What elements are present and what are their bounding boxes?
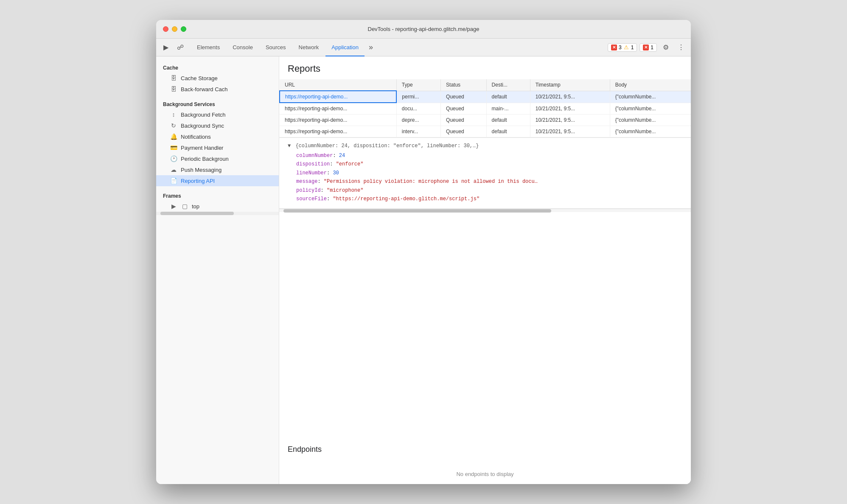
cell-body: {"columnNumbe... <box>610 126 691 137</box>
cell-status: Queued <box>441 115 486 126</box>
cell-destination: default <box>486 126 530 137</box>
sidebar-item-background-sync[interactable]: ↻ Background Sync <box>156 120 279 131</box>
detail-key: lineNumber <box>296 170 327 176</box>
close-button[interactable] <box>163 26 168 32</box>
cloud-icon: ☁ <box>170 166 177 173</box>
cell-type: depre... <box>396 115 440 126</box>
triangle-icon: ▶ <box>170 203 177 210</box>
cell-timestamp: 10/21/2021, 9:5... <box>530 103 610 115</box>
endpoints-title: Endpoints <box>288 445 682 454</box>
cell-destination: main-... <box>486 103 530 115</box>
toolbar: ▶ ☍ Elements Console Sources Network App… <box>156 39 691 56</box>
detail-panel: ▼ {columnNumber: 24, disposition: "enfor… <box>279 138 691 209</box>
clock-icon: 🕐 <box>170 155 177 162</box>
tab-application[interactable]: Application <box>325 39 365 56</box>
maximize-button[interactable] <box>181 26 186 32</box>
cell-url: https://reporting-api-demo... <box>280 103 396 115</box>
horizontal-scrollbar[interactable] <box>279 209 691 212</box>
database-icon: 🗄 <box>170 75 177 81</box>
sidebar-item-top-frame[interactable]: ▶ ▢ top <box>156 201 279 212</box>
cell-body: {"columnNumbe... <box>610 115 691 126</box>
more-tabs-button[interactable]: » <box>365 39 376 56</box>
cell-type: permi... <box>396 91 440 103</box>
detail-value: "microphone" <box>327 188 363 193</box>
detail-value: "Permissions policy violation: microphon… <box>324 179 538 185</box>
toolbar-right: ✕ 3 ⚠ 1 ✕ 1 ⚙ ⋮ <box>608 39 687 56</box>
sidebar-item-push-messaging[interactable]: ☁ Push Messaging <box>156 164 279 175</box>
cell-status: Queued <box>441 103 486 115</box>
reports-section: Reports URL Type Status Desti... Timesta… <box>279 56 691 438</box>
no-endpoints-text: No endpoints to display <box>288 471 682 477</box>
sidebar-item-notifications[interactable]: 🔔 Notifications <box>156 131 279 142</box>
detail-value: 30 <box>333 170 339 176</box>
fetch-icon: ↕ <box>170 111 177 118</box>
detail-key: disposition <box>296 161 330 167</box>
error-count-2: 1 <box>651 45 653 50</box>
cell-destination: default <box>486 115 530 126</box>
detail-key: policyId <box>296 188 321 193</box>
endpoints-section: Endpoints No endpoints to display <box>279 438 691 484</box>
cell-timestamp: 10/21/2021, 9:5... <box>530 115 610 126</box>
sidebar-item-cache-storage[interactable]: 🗄 Cache Storage <box>156 73 279 84</box>
sidebar-item-background-fetch[interactable]: ↕ Background Fetch <box>156 109 279 120</box>
settings-button[interactable]: ⚙ <box>659 41 672 54</box>
more-options-button[interactable]: ⋮ <box>675 41 687 54</box>
col-timestamp[interactable]: Timestamp <box>530 79 610 91</box>
error-icon: ✕ <box>611 45 617 50</box>
col-url[interactable]: URL <box>280 79 396 91</box>
payment-icon: 💳 <box>170 144 177 151</box>
table-header-row: URL Type Status Desti... Timestamp Body <box>280 79 691 91</box>
frame-icon: ▢ <box>181 203 188 210</box>
error-badge-1[interactable]: ✕ 3 ⚠ 1 <box>608 43 637 52</box>
sidebar-scrollbar[interactable] <box>156 212 279 215</box>
table-row[interactable]: https://reporting-api-demo...depre...Que… <box>280 115 691 126</box>
table-row[interactable]: https://reporting-api-demo...interv...Qu… <box>280 126 691 137</box>
sidebar-item-periodic-background[interactable]: 🕐 Periodic Backgroun <box>156 153 279 164</box>
detail-key: message <box>296 179 317 185</box>
table-row[interactable]: https://reporting-api-demo...docu...Queu… <box>280 103 691 115</box>
detail-line: lineNumber: 30 <box>296 169 682 177</box>
cell-status: Queued <box>441 126 486 137</box>
error-icon-2: ✕ <box>643 45 649 50</box>
detail-line: columnNumber: 24 <box>296 151 682 160</box>
cell-url: https://reporting-api-demo... <box>280 115 396 126</box>
cache-section-header: Cache <box>156 62 279 73</box>
tab-network[interactable]: Network <box>293 39 325 56</box>
reports-table-container: URL Type Status Desti... Timestamp Body … <box>279 79 691 138</box>
sidebar-item-back-forward[interactable]: 🗄 Back-forward Cach <box>156 84 279 95</box>
table-row[interactable]: https://reporting-api-demo...permi...Que… <box>280 91 691 103</box>
window-title: DevTools - reporting-api-demo.glitch.me/… <box>367 26 479 32</box>
cell-timestamp: 10/21/2021, 9:5... <box>530 126 610 137</box>
col-status[interactable]: Status <box>441 79 486 91</box>
sidebar: Cache 🗄 Cache Storage 🗄 Back-forward Cac… <box>156 56 279 484</box>
main-layout: Cache 🗄 Cache Storage 🗄 Back-forward Cac… <box>156 56 691 484</box>
background-services-header: Background Services <box>156 98 279 109</box>
warning-icon: ⚠ <box>623 45 629 50</box>
device-icon-button[interactable]: ☍ <box>174 41 187 54</box>
scrollbar-thumb <box>283 209 551 213</box>
cell-body: {"columnNumbe... <box>610 91 691 103</box>
tab-console[interactable]: Console <box>227 39 259 56</box>
error-badge-2[interactable]: ✕ 1 <box>639 43 657 52</box>
detail-value: "enforce" <box>336 161 364 167</box>
col-type[interactable]: Type <box>396 79 440 91</box>
expand-arrow[interactable]: ▼ <box>288 143 291 149</box>
cursor-icon-button[interactable]: ▶ <box>160 41 172 54</box>
cell-timestamp: 10/21/2021, 9:5... <box>530 91 610 103</box>
col-destination[interactable]: Desti... <box>486 79 530 91</box>
sidebar-item-payment-handler[interactable]: 💳 Payment Handler <box>156 142 279 153</box>
sidebar-item-reporting-api[interactable]: 📄 Reporting API <box>156 175 279 186</box>
tab-sources[interactable]: Sources <box>260 39 292 56</box>
detail-key: sourceFile <box>296 196 327 202</box>
detail-value: "https://reporting-api-demo.glitch.me/sc… <box>333 196 480 202</box>
cell-destination: default <box>486 91 530 103</box>
sidebar-scroll-thumb <box>160 212 234 215</box>
traffic-lights <box>163 26 186 32</box>
minimize-button[interactable] <box>172 26 177 32</box>
reports-table: URL Type Status Desti... Timestamp Body … <box>279 79 691 137</box>
col-body[interactable]: Body <box>610 79 691 91</box>
tab-elements[interactable]: Elements <box>191 39 226 56</box>
toolbar-icons: ▶ ☍ <box>160 39 187 56</box>
frames-section-header: Frames <box>156 190 279 201</box>
detail-brace: {columnNumber: 24, disposition: "enforce… <box>295 143 479 149</box>
